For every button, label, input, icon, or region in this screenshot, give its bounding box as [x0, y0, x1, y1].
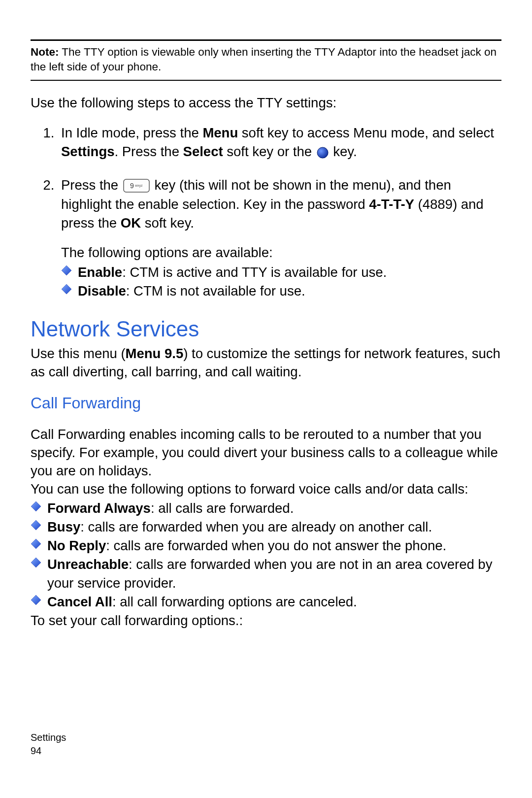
- call-forwarding-p2: You can use the following options to for…: [31, 480, 501, 498]
- ns-text-a: Use this menu (: [31, 346, 126, 361]
- step1-settings: Settings: [61, 144, 114, 159]
- network-services-heading: Network Services: [31, 317, 501, 341]
- page-footer: Settings 94: [31, 731, 66, 758]
- footer-section: Settings: [31, 731, 66, 744]
- call-forwarding-heading: Call Forwarding: [31, 394, 501, 412]
- step1-text-c: . Press the: [114, 144, 183, 159]
- option-desc: : calls are forwarded when you do not an…: [106, 538, 446, 553]
- svg-marker-4: [62, 266, 71, 275]
- note-label: Note:: [31, 46, 59, 58]
- footer-page-number: 94: [31, 744, 66, 758]
- svg-text:9: 9: [130, 182, 134, 190]
- call-forwarding-options-list: Forward Always: all calls are forwarded.…: [31, 499, 501, 611]
- call-forwarding-trailer: To set your call forwarding options.:: [31, 611, 501, 630]
- option-label: Unreachable: [47, 557, 129, 572]
- step-1: In Idle mode, press the Menu soft key to…: [58, 124, 501, 162]
- step2-ok: OK: [121, 215, 141, 231]
- cf-option-busy: Busy: calls are forwarded when you are a…: [31, 518, 501, 536]
- step-2: Press the 9wxyz key (this will not be sh…: [58, 176, 501, 300]
- ns-menu95: Menu 9.5: [126, 346, 184, 361]
- cf-option-cancel-all: Cancel All: all call forwarding options …: [31, 593, 501, 611]
- option-label: Forward Always: [47, 500, 151, 516]
- tty-options-list: Enable: CTM is active and TTY is availab…: [61, 263, 501, 300]
- step2-text-a: Press the: [61, 177, 122, 193]
- option-label: Cancel All: [47, 594, 112, 609]
- diamond-bullet-icon: [61, 284, 72, 295]
- step1-text-e: key.: [330, 144, 357, 159]
- step2-text-d: soft key.: [141, 215, 194, 231]
- option-desc: : calls are forwarded when you are alrea…: [80, 519, 432, 534]
- tty-steps-list: In Idle mode, press the Menu soft key to…: [31, 124, 501, 300]
- step1-text-a: In Idle mode, press the: [61, 125, 202, 140]
- option-label: Disable: [78, 283, 126, 299]
- svg-marker-7: [31, 520, 41, 530]
- diamond-bullet-icon: [31, 538, 41, 549]
- step1-text-d: soft key or the: [223, 144, 316, 159]
- tty-option-disable: Disable: CTM is not available for use.: [61, 282, 501, 300]
- ok-center-key-icon: [317, 143, 329, 162]
- diamond-bullet-icon: [31, 520, 41, 531]
- svg-marker-8: [31, 539, 41, 549]
- diamond-bullet-icon: [31, 595, 41, 605]
- step2-password: 4-T-T-Y: [369, 197, 414, 212]
- call-forwarding-p1: Call Forwarding enables incoming calls t…: [31, 425, 501, 480]
- step1-text-b: soft key to access Menu mode, and select: [238, 125, 494, 140]
- svg-marker-10: [31, 595, 41, 605]
- svg-point-0: [317, 147, 328, 158]
- cf-option-forward-always: Forward Always: all calls are forwarded.: [31, 499, 501, 517]
- cf-option-no-reply: No Reply: calls are forwarded when you d…: [31, 536, 501, 555]
- option-label: Enable: [78, 265, 122, 280]
- network-services-para: Use this menu (Menu 9.5) to customize th…: [31, 344, 501, 381]
- option-desc: : CTM is active and TTY is available for…: [122, 265, 387, 280]
- step2-after: The following options are available:: [61, 243, 501, 262]
- diamond-bullet-icon: [61, 265, 72, 276]
- nine-key-icon: 9wxyz: [123, 176, 150, 195]
- option-label: No Reply: [47, 538, 106, 553]
- tty-intro: Use the following steps to access the TT…: [31, 94, 501, 112]
- svg-marker-6: [31, 501, 41, 511]
- option-label: Busy: [47, 519, 80, 534]
- step1-menu: Menu: [202, 125, 238, 140]
- diamond-bullet-icon: [31, 557, 41, 568]
- step1-select: Select: [183, 144, 223, 159]
- cf-option-unreachable: Unreachable: calls are forwarded when yo…: [31, 555, 501, 592]
- option-desc: : all call forwarding options are cancel…: [112, 594, 357, 609]
- svg-marker-9: [31, 558, 41, 567]
- option-desc: : CTM is not available for use.: [126, 283, 305, 299]
- note-text: The TTY option is viewable only when ins…: [31, 46, 497, 73]
- tty-option-enable: Enable: CTM is active and TTY is availab…: [61, 263, 501, 281]
- svg-marker-5: [62, 284, 71, 294]
- diamond-bullet-icon: [31, 501, 41, 512]
- option-desc: : all calls are forwarded.: [151, 500, 294, 516]
- svg-text:wxyz: wxyz: [134, 184, 143, 188]
- note-box: Note: The TTY option is viewable only wh…: [31, 39, 501, 81]
